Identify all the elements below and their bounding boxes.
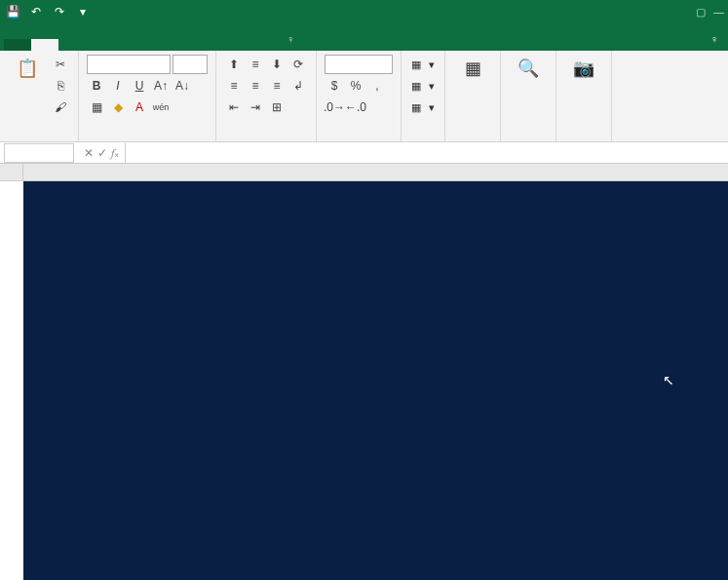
cond-format-icon: ▦ bbox=[411, 58, 421, 71]
titlebar: 💾 ↶ ↷ ▾ ▢ — bbox=[0, 0, 728, 23]
comma-icon[interactable]: , bbox=[367, 76, 387, 96]
enter-icon[interactable]: ✓ bbox=[97, 146, 107, 160]
formula-bar: ✕ ✓ 𝑓ₓ bbox=[0, 142, 728, 164]
bold-icon[interactable]: B bbox=[87, 76, 106, 96]
tab-home[interactable] bbox=[31, 39, 58, 51]
indent-inc-icon[interactable]: ⇥ bbox=[246, 97, 265, 117]
minimize-icon[interactable]: — bbox=[713, 6, 724, 18]
tell-me[interactable]: ♀ bbox=[277, 27, 304, 51]
cut-icon[interactable]: ✂ bbox=[51, 55, 70, 74]
ribbon-tabs: ♀ ♀ bbox=[0, 23, 728, 51]
editing-button[interactable]: 🔍 bbox=[509, 55, 548, 84]
name-box[interactable] bbox=[4, 143, 74, 163]
paste-button[interactable]: 📋 bbox=[8, 55, 47, 84]
find-icon: 🔍 bbox=[515, 55, 542, 82]
tab-layout[interactable] bbox=[86, 39, 113, 51]
group-font: B I U A↑ A↓ ▦ ◆ A wén bbox=[79, 51, 216, 141]
group-editing: 🔍 bbox=[501, 51, 556, 141]
font-color-icon[interactable]: A bbox=[130, 97, 149, 117]
decrease-font-icon[interactable]: A↓ bbox=[172, 76, 192, 96]
table-format-button[interactable]: ▦ ▾ bbox=[409, 76, 437, 96]
align-bottom-icon[interactable]: ⬇ bbox=[267, 55, 287, 74]
cells-icon: ▦ bbox=[459, 55, 486, 82]
align-right-icon[interactable]: ≡ bbox=[267, 76, 287, 96]
percent-icon[interactable]: % bbox=[346, 76, 365, 96]
ribbon: 📋 ✂ ⎘ 🖌 B I U A↑ A↓ ▦ bbox=[0, 51, 728, 142]
border-icon[interactable]: ▦ bbox=[87, 97, 106, 117]
save-icon[interactable]: 💾 bbox=[4, 3, 21, 20]
select-all-corner[interactable] bbox=[0, 164, 23, 180]
undo-icon[interactable]: ↶ bbox=[27, 3, 45, 20]
tab-review[interactable] bbox=[168, 39, 195, 51]
align-left-icon[interactable]: ≡ bbox=[224, 76, 244, 96]
redo-icon[interactable]: ↷ bbox=[51, 3, 68, 20]
align-center-icon[interactable]: ≡ bbox=[246, 76, 265, 96]
phonetic-icon[interactable]: wén bbox=[151, 97, 171, 117]
tab-file[interactable] bbox=[4, 39, 31, 51]
fx-icon[interactable]: 𝑓ₓ bbox=[111, 146, 119, 160]
conditional-format-button[interactable]: ▦ ▾ bbox=[409, 55, 437, 74]
fill-color-icon[interactable]: ◆ bbox=[108, 97, 128, 117]
wrap-icon[interactable]: ↲ bbox=[288, 76, 308, 96]
ribbon-options-icon[interactable]: ▢ bbox=[696, 6, 706, 19]
tab-foxit[interactable] bbox=[249, 39, 277, 51]
formula-input[interactable] bbox=[125, 143, 728, 163]
group-styles: ▦ ▾ ▦ ▾ ▦ ▾ bbox=[402, 51, 445, 141]
paste-icon: 📋 bbox=[14, 55, 41, 82]
tab-dev[interactable] bbox=[222, 39, 249, 51]
group-clipboard: 📋 ✂ ⎘ 🖌 bbox=[0, 51, 79, 141]
align-top-icon[interactable]: ⬆ bbox=[224, 55, 244, 74]
indent-dec-icon[interactable]: ⇤ bbox=[224, 97, 244, 117]
group-cells: ▦ bbox=[445, 51, 501, 141]
increase-decimal-icon[interactable]: .0→ bbox=[325, 97, 344, 117]
increase-font-icon[interactable]: A↑ bbox=[151, 76, 171, 96]
copy-icon[interactable]: ⎘ bbox=[51, 76, 70, 96]
group-align: ⬆ ≡ ⬇ ⟳ ≡ ≡ ≡ ↲ ⇤ ⇥ ⊞ bbox=[216, 51, 317, 141]
tab-data[interactable] bbox=[140, 39, 168, 51]
cancel-icon[interactable]: ✕ bbox=[84, 146, 94, 160]
group-number: $ % , .0→ ←.0 bbox=[317, 51, 402, 141]
align-middle-icon[interactable]: ≡ bbox=[246, 55, 265, 74]
font-name-combo[interactable] bbox=[87, 55, 171, 74]
spreadsheet: ↖ bbox=[0, 164, 728, 580]
orientation-icon[interactable]: ⟳ bbox=[288, 55, 308, 74]
camera-icon: 📷 bbox=[570, 55, 597, 82]
format-painter-icon[interactable]: 🖌 bbox=[51, 97, 70, 117]
decrease-decimal-icon[interactable]: ←.0 bbox=[346, 97, 365, 117]
group-camera: 📷 bbox=[556, 51, 612, 141]
share-button[interactable]: ♀ bbox=[701, 27, 728, 51]
data-area[interactable] bbox=[23, 181, 728, 580]
column-headers bbox=[0, 164, 728, 181]
number-format-combo[interactable] bbox=[325, 55, 393, 74]
tab-view[interactable] bbox=[195, 39, 222, 51]
tab-formulas[interactable] bbox=[113, 39, 140, 51]
cell-styles-button[interactable]: ▦ ▾ bbox=[409, 97, 437, 117]
italic-icon[interactable]: I bbox=[108, 76, 128, 96]
camera-button[interactable]: 📷 bbox=[564, 55, 603, 84]
qat-dropdown-icon[interactable]: ▾ bbox=[74, 3, 92, 20]
cell-style-icon: ▦ bbox=[411, 101, 421, 114]
table-format-icon: ▦ bbox=[411, 80, 421, 93]
font-size-combo[interactable] bbox=[172, 55, 208, 74]
currency-icon[interactable]: $ bbox=[325, 76, 344, 96]
cells-button[interactable]: ▦ bbox=[453, 55, 492, 84]
underline-icon[interactable]: U bbox=[130, 76, 149, 96]
merge-icon[interactable]: ⊞ bbox=[267, 97, 287, 117]
tab-insert[interactable] bbox=[58, 39, 86, 51]
